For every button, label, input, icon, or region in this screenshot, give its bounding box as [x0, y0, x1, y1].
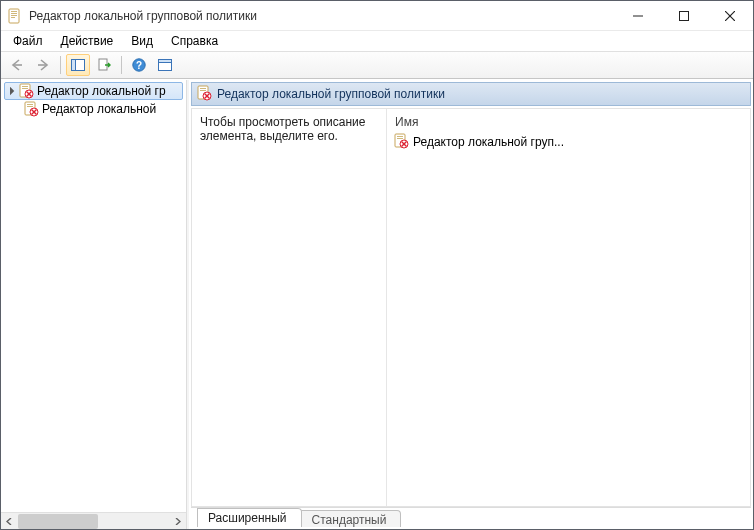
svg-rect-26	[27, 106, 33, 107]
collapse-toggle-icon[interactable]	[6, 87, 15, 96]
scrollbar-thumb[interactable]	[18, 514, 98, 529]
tab-standard[interactable]: Стандартный	[301, 510, 402, 527]
details-pane: Редактор локальной групповой политики Чт…	[187, 80, 753, 529]
svg-rect-1	[11, 11, 17, 12]
minimize-button[interactable]	[615, 1, 661, 30]
list-item-label: Редактор локальной груп...	[413, 135, 564, 149]
close-button[interactable]	[707, 1, 753, 30]
svg-rect-38	[397, 138, 403, 139]
svg-rect-6	[680, 11, 689, 20]
maximize-button[interactable]	[661, 1, 707, 30]
scroll-left-arrow-icon[interactable]	[1, 513, 18, 530]
show-hide-console-tree-button[interactable]	[153, 54, 177, 76]
back-button[interactable]	[5, 54, 29, 76]
policy-icon	[393, 133, 409, 152]
svg-rect-31	[200, 88, 206, 89]
tree-child-node[interactable]: Редактор локальной	[1, 100, 186, 118]
svg-rect-12	[72, 60, 76, 71]
show-hide-tree-button[interactable]	[66, 54, 90, 76]
help-button[interactable]: ?	[127, 54, 151, 76]
svg-rect-32	[200, 90, 206, 91]
policy-icon	[18, 83, 34, 99]
svg-rect-3	[11, 15, 17, 16]
forward-button[interactable]	[31, 54, 55, 76]
tree-node-label: Редактор локальной гр	[37, 84, 166, 98]
svg-rect-20	[22, 88, 28, 89]
svg-rect-2	[11, 13, 17, 14]
content-area: Редактор локальной гр Редактор локальной…	[1, 79, 753, 529]
sidebar-horizontal-scrollbar[interactable]	[1, 512, 186, 529]
menu-file[interactable]: Файл	[4, 33, 52, 49]
toolbar: ?	[1, 51, 753, 79]
column-header-name[interactable]: Имя	[393, 113, 744, 133]
svg-rect-17	[159, 60, 172, 63]
title-bar: Редактор локальной групповой политики	[1, 1, 753, 31]
svg-text:?: ?	[136, 60, 142, 71]
console-tree-pane: Редактор локальной гр Редактор локальной	[1, 80, 187, 529]
export-list-button[interactable]	[92, 54, 116, 76]
svg-rect-25	[27, 104, 33, 105]
details-header-title: Редактор локальной групповой политики	[217, 87, 445, 101]
window-controls	[615, 1, 753, 30]
console-tree[interactable]: Редактор локальной гр Редактор локальной	[1, 80, 186, 512]
toolbar-separator	[121, 56, 122, 74]
policy-icon	[23, 101, 39, 117]
description-column: Чтобы просмотреть описание элемента, выд…	[192, 109, 387, 506]
list-item[interactable]: Редактор локальной груп...	[393, 133, 744, 151]
scrollbar-track[interactable]	[18, 513, 169, 529]
menu-help[interactable]: Справка	[162, 33, 227, 49]
tree-root-node[interactable]: Редактор локальной гр	[4, 82, 183, 100]
svg-rect-4	[11, 17, 15, 18]
menu-action[interactable]: Действие	[52, 33, 123, 49]
toolbar-separator	[60, 56, 61, 74]
details-body: Чтобы просмотреть описание элемента, выд…	[191, 108, 751, 507]
scroll-right-arrow-icon[interactable]	[169, 513, 186, 530]
tab-extended[interactable]: Расширенный	[197, 508, 302, 527]
policy-icon	[196, 85, 212, 104]
svg-rect-37	[397, 136, 403, 137]
description-text: Чтобы просмотреть описание элемента, выд…	[200, 115, 378, 143]
view-tabs: Расширенный Стандартный	[191, 507, 751, 527]
app-icon	[7, 8, 23, 24]
svg-rect-19	[22, 86, 28, 87]
menu-bar: Файл Действие Вид Справка	[1, 31, 753, 51]
list-column: Имя Редактор локальной груп...	[387, 109, 750, 506]
tree-node-label: Редактор локальной	[42, 102, 156, 116]
details-header: Редактор локальной групповой политики	[191, 82, 751, 106]
window-title: Редактор локальной групповой политики	[29, 9, 615, 23]
menu-view[interactable]: Вид	[122, 33, 162, 49]
